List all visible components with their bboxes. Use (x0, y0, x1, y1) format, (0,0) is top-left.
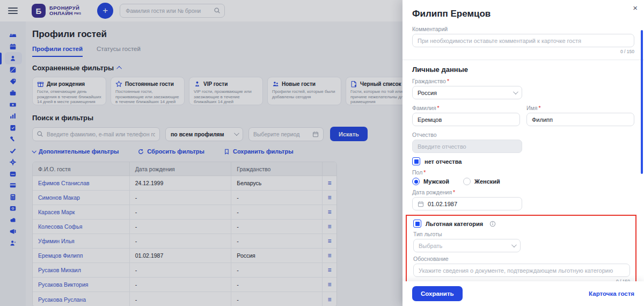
comment-input[interactable] (412, 34, 634, 47)
gender-label: Пол* (412, 169, 634, 176)
calendar-icon (418, 201, 424, 207)
radio-unselected-icon (463, 178, 471, 185)
divider (402, 60, 644, 60)
required-mark: * (437, 105, 440, 111)
benefit-category-checkbox[interactable]: Льготная категория (413, 220, 630, 228)
justification-label: Обоснование (413, 256, 630, 262)
citizenship-select[interactable]: Россия (412, 86, 522, 99)
guest-edit-drawer: × Филипп Еремцов Комментарий 0 / 150 Лич… (402, 0, 644, 306)
benefit-type-select[interactable]: Выбрать (413, 239, 521, 252)
comment-label: Комментарий (412, 26, 634, 32)
justification-input[interactable] (413, 264, 630, 277)
highlight-box-benefit-category: Льготная категория Тип льготы Выбрать Об… (406, 215, 636, 287)
radio-selected-icon (412, 178, 420, 185)
chevron-down-icon (511, 242, 517, 247)
guest-card-link[interactable]: Карточка гостя (589, 290, 634, 297)
first-name-label: Имя* (526, 105, 634, 111)
comment-counter: 0 / 150 (412, 49, 634, 54)
drawer-scrollbar-thumb[interactable] (641, 30, 643, 174)
birth-date-label: Дата рождения* (412, 189, 634, 195)
drawer-title: Филипп Еремцов (412, 0, 634, 19)
benefit-type-label: Тип льготы (413, 231, 630, 237)
last-name-field[interactable] (412, 113, 520, 126)
citizenship-label: Гражданство* (412, 78, 634, 84)
close-icon[interactable]: × (633, 3, 638, 13)
required-mark: * (423, 169, 426, 176)
drawer-footer: Сохранить Карточка гостя (402, 281, 644, 306)
no-middle-name-checkbox[interactable]: нет отчества (412, 157, 634, 165)
chevron-down-icon (513, 89, 518, 94)
save-button[interactable]: Сохранить (412, 286, 463, 301)
personal-data-title: Личные данные (412, 65, 634, 74)
first-name-field[interactable] (526, 113, 634, 126)
birth-date-input[interactable]: 01.02.1987 (412, 197, 522, 210)
checkbox-checked-icon (412, 157, 420, 165)
middle-name-label: Отчество (412, 132, 634, 138)
required-mark: * (453, 189, 455, 195)
checkbox-checked-icon (413, 220, 421, 228)
gender-male-radio[interactable]: Мужской (412, 178, 449, 185)
gender-female-radio[interactable]: Женский (463, 178, 500, 185)
required-mark: * (538, 105, 540, 111)
info-icon[interactable] (489, 221, 496, 227)
last-name-label: Фамилия* (412, 105, 520, 111)
gender-radio-group: Мужской Женский (412, 178, 634, 185)
required-mark: * (447, 78, 449, 84)
middle-name-field[interactable] (412, 140, 522, 153)
